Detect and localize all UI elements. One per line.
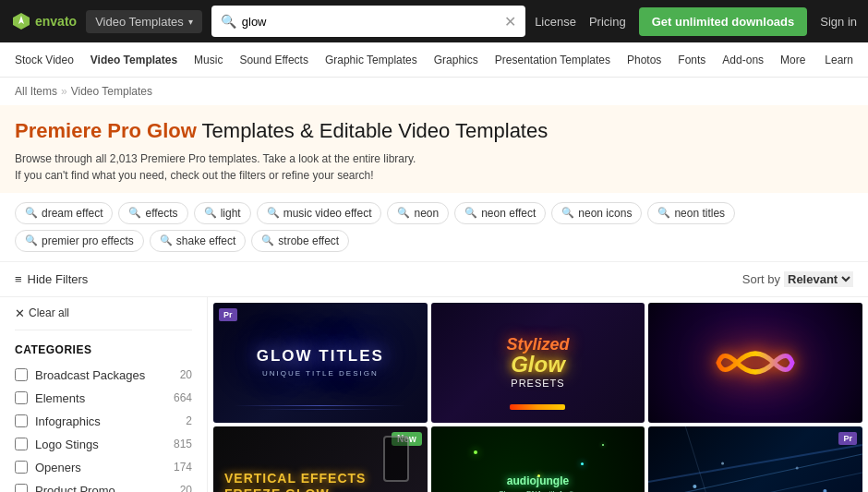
tag-label: premier pro effects	[42, 234, 134, 247]
sort-control: Sort by RelevantNewestRatingPrice	[742, 271, 853, 287]
thumbnail-6: Pr	[648, 426, 862, 492]
tag-label: neon effect	[481, 207, 536, 220]
category-count: 664	[174, 391, 192, 404]
grid-item-4[interactable]: New VERTICAL EFFECTS FREEZE GLOW What's …	[213, 426, 428, 492]
grid-item-5[interactable]: audiojungle Change DNA with Audio videoh…	[431, 426, 645, 492]
search-tag-icon: 🔍	[267, 207, 280, 219]
search-input[interactable]	[242, 15, 499, 29]
close-icon: ✕	[15, 306, 25, 320]
pr-badge: Pr	[219, 308, 237, 321]
nav-learn[interactable]: Learn	[825, 54, 853, 66]
clear-all-label: Clear all	[29, 306, 69, 319]
thumb-audiojungle: audiojungle	[507, 474, 569, 487]
search-tag-icon: 🔍	[160, 234, 173, 246]
category-checkbox-logo-stings[interactable]	[15, 438, 28, 450]
suggestion-tags: 🔍 dream effect 🔍 effects 🔍 light 🔍 music…	[0, 193, 868, 262]
license-link[interactable]: License	[535, 15, 576, 29]
search-tag-icon: 🔍	[204, 207, 217, 219]
breadcrumb-video-templates[interactable]: Video Templates	[71, 85, 152, 98]
grid-item-2[interactable]: Stylized Glow presets	[431, 303, 645, 423]
page-title-highlight: Premiere Pro Glow	[15, 119, 197, 142]
category-select[interactable]: Video Templates ▾	[86, 10, 202, 33]
nav-graphics[interactable]: Graphics	[434, 54, 478, 66]
tag-label: neon titles	[674, 207, 725, 220]
nav-addons[interactable]: Add-ons	[722, 54, 764, 66]
grid-item-3[interactable]	[648, 303, 862, 423]
thumbnail-2: Stylized Glow presets	[431, 303, 645, 423]
category-item-logo-stings[interactable]: Logo Stings 815	[15, 433, 192, 456]
tag-neon[interactable]: 🔍 neon	[387, 202, 449, 224]
sidebar: ✕ Clear all Categories Broadcast Package…	[0, 297, 208, 492]
category-checkbox-infographics[interactable]	[15, 414, 28, 427]
category-checkbox-elements[interactable]	[15, 391, 28, 404]
tag-strobe-effect[interactable]: 🔍 strobe effect	[251, 230, 349, 252]
tag-light[interactable]: 🔍 light	[194, 202, 251, 224]
category-label: Product Promo	[35, 484, 173, 492]
nav-links: License Pricing Get unlimited downloads …	[535, 7, 857, 36]
nav-stock-video[interactable]: Stock Video	[15, 54, 74, 66]
grid-item-1[interactable]: Pr GLOW TITLES UNIQUE TITLE DESIGN	[213, 303, 428, 423]
tag-label: dream effect	[42, 207, 102, 220]
tag-premier-pro-effects[interactable]: 🔍 premier pro effects	[15, 230, 144, 252]
tag-neon-icons[interactable]: 🔍 neon icons	[551, 202, 642, 224]
tag-label: neon icons	[578, 207, 632, 220]
svg-line-4	[686, 426, 723, 492]
nav-photos[interactable]: Photos	[627, 54, 661, 66]
category-item-infographics[interactable]: Infographics 2	[15, 410, 192, 433]
page-header: Premiere Pro Glow Templates & Editable V…	[0, 105, 868, 193]
tag-dream-effect[interactable]: 🔍 dream effect	[15, 202, 113, 224]
nav-graphic-templates[interactable]: Graphic Templates	[325, 54, 417, 66]
tag-neon-effect[interactable]: 🔍 neon effect	[454, 202, 546, 224]
clear-all-button[interactable]: ✕ Clear all	[15, 306, 192, 330]
page-desc-line1: Browse through all 2,013 Premiere Pro te…	[15, 150, 853, 167]
hide-filters-label: Hide Filters	[28, 272, 89, 286]
category-count: 20	[180, 368, 192, 381]
nav-video-templates[interactable]: Video Templates	[90, 54, 177, 66]
nav-presentation-templates[interactable]: Presentation Templates	[495, 54, 610, 66]
category-item-elements[interactable]: Elements 664	[15, 387, 192, 410]
category-item-product-promo[interactable]: Product Promo 20	[15, 479, 192, 492]
category-select-label: Video Templates	[95, 15, 184, 29]
nav-fonts[interactable]: Fonts	[678, 54, 705, 66]
envato-logo[interactable]: envato	[11, 11, 77, 31]
tag-effects[interactable]: 🔍 effects	[118, 202, 187, 224]
nav-sound-effects[interactable]: Sound Effects	[239, 54, 308, 66]
product-grid: Pr GLOW TITLES UNIQUE TITLE DESIGN Styli…	[213, 303, 862, 492]
pricing-link[interactable]: Pricing	[589, 15, 626, 29]
nav-more[interactable]: More	[780, 54, 805, 66]
nav-music[interactable]: Music	[194, 54, 223, 66]
envato-icon	[11, 11, 31, 31]
breadcrumb-all-items[interactable]: All Items	[15, 85, 57, 98]
filter-icon: ≡	[15, 272, 22, 286]
page-desc-line2: If you can't find what you need, check o…	[15, 167, 853, 184]
sort-select[interactable]: RelevantNewestRatingPrice	[784, 271, 853, 287]
main-layout: ✕ Clear all Categories Broadcast Package…	[0, 297, 868, 492]
category-item-broadcast[interactable]: Broadcast Packages 20	[15, 364, 192, 387]
search-tag-icon: 🔍	[397, 207, 410, 219]
search-tag-icon: 🔍	[464, 207, 477, 219]
thumb-title-glow: Glow	[511, 354, 565, 376]
tag-label: strobe effect	[278, 234, 339, 247]
close-icon[interactable]: ✕	[504, 13, 516, 30]
category-item-openers[interactable]: Openers 174	[15, 456, 192, 479]
tag-music-video-effect[interactable]: 🔍 music video effect	[257, 202, 382, 224]
category-checkbox-openers[interactable]	[15, 461, 28, 474]
svg-point-10	[824, 489, 827, 492]
category-checkbox-product-promo[interactable]	[15, 484, 28, 492]
search-tag-icon: 🔍	[25, 207, 38, 219]
hide-filters-button[interactable]: ≡ Hide Filters	[15, 272, 88, 286]
signin-link[interactable]: Sign in	[820, 15, 857, 29]
grid-item-6[interactable]: Pr	[648, 426, 862, 492]
category-checkbox-broadcast[interactable]	[15, 368, 28, 381]
unlimited-cta-button[interactable]: Get unlimited downloads	[639, 7, 808, 36]
thumbnail-3	[648, 303, 862, 423]
tag-shake-effect[interactable]: 🔍 shake effect	[150, 230, 247, 252]
content-area: Pr GLOW TITLES UNIQUE TITLE DESIGN Styli…	[208, 297, 868, 492]
tag-neon-titles[interactable]: 🔍 neon titles	[647, 202, 735, 224]
svg-point-7	[721, 462, 724, 464]
category-count: 174	[174, 461, 192, 474]
search-tag-icon: 🔍	[261, 234, 274, 246]
filter-bar: ≡ Hide Filters Sort by RelevantNewestRat…	[0, 262, 868, 297]
category-count: 20	[180, 484, 192, 492]
search-bar: 🔍 ✕	[211, 6, 525, 37]
